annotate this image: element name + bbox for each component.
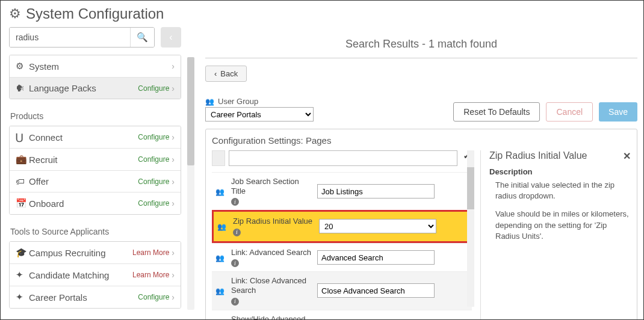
configure-link[interactable]: Configure [138,155,169,164]
gear-icon: ⚙ [9,6,21,22]
search-icon: 🔍 [137,32,148,43]
chevron-left-icon: ‹ [169,32,172,43]
page-title: System Configuration [26,5,164,22]
configure-link[interactable]: Configure [138,177,169,186]
info-icon[interactable]: i [231,198,239,206]
settings-filter-input[interactable] [229,150,457,166]
sidebar-item-label: Career Portals [29,292,138,303]
save-button[interactable]: Save [599,102,637,122]
search-button[interactable]: 🔍 [130,28,154,47]
chevron-right-icon: › [172,198,175,208]
people-icon [217,222,228,231]
sidebar-item-label: Connect [29,132,138,143]
close-icon[interactable]: ✕ [623,150,631,162]
configure-link[interactable]: Configure [138,84,169,93]
configure-link[interactable]: Configure [138,133,169,141]
people-icon [215,286,226,295]
learn-more-link[interactable]: Learn More [132,248,169,257]
people-icon [215,253,226,262]
reset-to-defaults-button[interactable]: Reset To Defaults [453,102,540,122]
setting-label: Link: Close Advanced Search i [231,276,312,305]
detail-body: The initial value selected in the zip ra… [489,180,631,242]
language-icon: 🗣 [16,83,29,93]
setting-label: Job Search Section Title i [231,177,312,206]
sidebar-item-label: Offer [29,176,138,186]
main-panel: Search Results - 1 match found ‹ Back Us… [194,26,643,318]
sidebar-scrollbar[interactable] [187,57,194,310]
nav-panel-products: ⋃ Connect Configure › 💼 Recruit Configur… [9,126,181,215]
graduation-icon: 🎓 [16,247,29,258]
sidebar-item-label: Candidate Matching [29,270,132,280]
link-advanced-search-input[interactable] [317,250,435,265]
sidebar-item-offer[interactable]: 🏷 Offer Configure › [10,170,181,192]
setting-label: Show/Hide Advanced Search i [231,315,312,320]
chevron-right-icon: › [172,292,175,302]
nav-panel-core: ⚙ System › 🗣 Language Packs Configure › [9,55,181,99]
match-icon: ✦ [16,269,29,280]
info-icon[interactable]: i [231,298,239,306]
chevron-left-icon: ‹ [214,69,217,78]
connect-icon: ⋃ [16,132,29,143]
setting-label: Link: Advanced Search i [231,248,312,268]
info-icon[interactable]: i [231,259,239,267]
user-group-select[interactable]: Career Portals [205,107,314,122]
chevron-right-icon: › [172,84,175,93]
sidebar-item-recruit[interactable]: 💼 Recruit Configure › [10,148,181,170]
detail-panel: ✕ Zip Radius Initial Value Description T… [480,150,631,320]
sidebar-item-label: Onboard [29,198,138,209]
setting-row-show-hide-advanced-search: Show/Hide Advanced Search i [212,310,472,320]
detail-subtitle: Description [489,167,631,176]
results-title: Search Results - 1 match found [205,27,637,58]
sidebar-item-connect[interactable]: ⋃ Connect Configure › [10,126,181,148]
setting-row-link-close-advanced-search: Link: Close Advanced Search i [212,271,472,309]
configure-link[interactable]: Configure [138,199,169,208]
link-close-advanced-search-input[interactable] [317,283,435,298]
cancel-button[interactable]: Cancel [546,102,593,122]
setting-row-link-advanced-search: Link: Advanced Search i [212,243,472,272]
people-icon [215,187,226,196]
gear-icon: ⚙ [16,61,29,72]
scrollbar-thumb[interactable] [187,57,194,165]
setting-row-zip-radius-initial-value[interactable]: Zip Radius Initial Value i 20 [212,210,472,243]
detail-title: Zip Radius Initial Value [489,150,631,161]
sidebar-item-language-packs[interactable]: 🗣 Language Packs Configure › [10,77,181,99]
portal-icon: ✦ [16,292,29,303]
search-input[interactable] [10,28,130,47]
sidebar-item-campus-recruiting[interactable]: 🎓 Campus Recruiting Learn More › [10,242,181,263]
configure-link[interactable]: Configure [138,293,169,301]
settings-scrollbar[interactable] [467,150,474,307]
chevron-right-icon: › [172,270,175,280]
settings-title: Configuration Settings: Pages [212,135,631,146]
sidebar-item-label: Campus Recruiting [29,248,132,258]
sidebar-item-candidate-matching[interactable]: ✦ Candidate Matching Learn More › [10,263,181,286]
briefcase-icon: 💼 [16,154,29,165]
calendar-icon: 📅 [16,198,29,209]
sidebar-collapse-button[interactable]: ‹ [161,27,181,48]
sidebar-item-onboard[interactable]: 📅 Onboard Configure › [10,192,181,214]
sidebar-item-career-portals[interactable]: ✦ Career Portals Configure › [10,286,181,308]
chevron-right-icon: › [172,155,175,164]
learn-more-link[interactable]: Learn More [132,271,169,279]
tag-icon: 🏷 [16,176,29,186]
collapse-all-toggle[interactable] [212,150,225,166]
section-title-tools: Tools to Source Applicants [9,221,181,241]
info-icon[interactable]: i [233,229,241,236]
search-box: 🔍 [9,27,155,48]
settings-list: ✔ Job Search Section Title i [212,150,472,320]
back-button[interactable]: ‹ Back [205,66,247,82]
chevron-right-icon: › [172,132,175,142]
back-label: Back [220,69,238,78]
nav-panel-tools: 🎓 Campus Recruiting Learn More › ✦ Candi… [9,241,181,309]
zip-radius-initial-value-select[interactable]: 20 [319,219,436,233]
sidebar-item-system[interactable]: ⚙ System › [10,55,181,77]
page-header: ⚙ System Configuration [1,1,643,26]
sidebar-item-label: Recruit [29,155,138,165]
job-search-section-title-input[interactable] [317,184,435,198]
setting-row-job-search-section-title: Job Search Section Title i [212,172,472,210]
chevron-right-icon: › [172,61,175,71]
user-group-label: User Group [218,97,258,106]
sidebar: 🔍 ‹ ⚙ System › 🗣 Language Packs Configur… [1,26,194,318]
setting-label: Zip Radius Initial Value i [233,217,314,236]
people-icon [205,96,214,106]
scrollbar-thumb[interactable] [467,167,474,209]
